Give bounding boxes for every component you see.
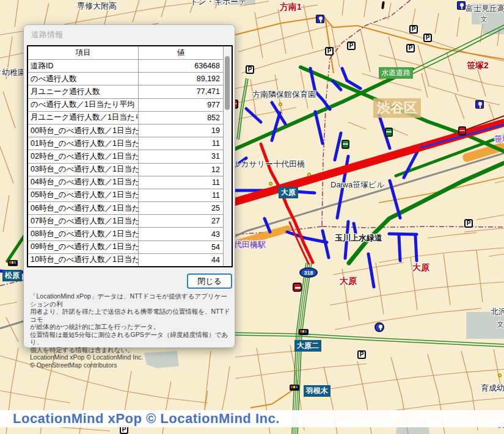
poi-label: Daiwa笹塚ビル: [331, 179, 385, 190]
pin-icon: [475, 100, 484, 109]
table-row: 08時台_のべ通行人数／1日当たり…43: [28, 227, 223, 240]
row-value: 636468: [139, 62, 223, 70]
poi-label: ドン・キホーテ: [190, 0, 247, 7]
yellow-dot-icon: [498, 374, 502, 377]
parking-icon: P: [325, 47, 334, 56]
district-label: 方南1: [280, 2, 302, 13]
poi-label: 北沢: [491, 306, 504, 317]
table-row: 07時台_のべ通行人数／1日当たり…27: [28, 214, 223, 227]
store-green-icon: [341, 140, 349, 149]
bus-stop-label: 大原二: [294, 340, 321, 352]
table-row: 02時台_のべ通行人数／1日当たり…31: [28, 150, 223, 162]
row-item: のべ通行人数: [28, 73, 139, 85]
table-row: のべ通行人数／1日当たり平均977: [28, 98, 223, 111]
row-value: 54: [139, 243, 223, 251]
parking-icon: P: [246, 65, 254, 74]
table-row: 03時台_のべ通行人数／1日当たり…12: [28, 163, 223, 176]
header-item: 項目: [28, 46, 139, 59]
header-value: 値: [139, 48, 223, 58]
row-value: 12: [139, 165, 223, 174]
row-value: 43: [139, 230, 223, 239]
row-value: 89,192: [139, 74, 223, 83]
table-row: 10時台_のべ通行人数／1日当たり…44: [28, 253, 223, 266]
row-item: のべ通行人数／1日当たり平均: [28, 99, 139, 111]
route-shield-318: 318: [299, 267, 318, 278]
row-item: 08時台_のべ通行人数／1日当たり…: [28, 228, 139, 240]
no-entry-icon: [293, 283, 302, 292]
row-item: 00時台_のべ通行人数／1日当たり…: [28, 125, 139, 137]
bus-stop-label: 松原: [2, 270, 22, 281]
row-value: 852: [139, 114, 223, 122]
data-disclaimer: 「LocationMind xPop」データは、NTTドコモが提供するアプリケー…: [30, 292, 232, 369]
table-row: のべ通行人数89,192: [28, 72, 223, 85]
row-item: 09時台_のべ通行人数／1日当たり…: [28, 241, 139, 253]
row-value: 25: [139, 204, 223, 212]
yellow-dot-icon: [307, 173, 311, 176]
ward-label: 渋谷区: [373, 98, 421, 118]
table-row: 05時台_のべ通行人数／1日当たり…11: [28, 189, 223, 201]
row-item: 06時台_のべ通行人数／1日当たり…: [28, 202, 139, 214]
row-value: 11: [139, 178, 223, 187]
row-item: 道路ID: [28, 60, 139, 72]
bus-stop-icon: [299, 329, 309, 335]
district-label: 笹塚2: [467, 60, 489, 71]
road-info-dialog: 道路情報 項目 値 道路ID636468のべ通行人数89,192月ユニーク通行人…: [23, 24, 235, 348]
row-value: 31: [139, 152, 223, 161]
close-button[interactable]: 閉じる: [187, 273, 232, 289]
yellow-dot-icon: [279, 103, 282, 106]
parking-icon: P: [409, 25, 418, 34]
table-row: 道路ID636468: [28, 59, 223, 72]
table-row: 01時台_のべ通行人数／1日当たり…11: [28, 137, 223, 150]
poi-label: 専修大附高: [77, 1, 117, 12]
row-item: 02時台_のべ通行人数／1日当たり…: [28, 150, 139, 162]
row-value: 11: [139, 191, 223, 200]
poi-label: 富士見丘高: [466, 3, 504, 14]
table-row: 09時台_のべ通行人数／1日当たり…54: [28, 241, 223, 253]
bus-stop-icon: [290, 385, 299, 391]
poi-label: ク幼稚園: [0, 67, 26, 78]
row-item: 10時台_のべ通行人数／1日当たり…: [28, 254, 139, 266]
row-value: 77,471: [139, 87, 223, 96]
road-info-table: 項目 値 道路ID636468のべ通行人数89,192月ユニーク通行人数77,4…: [27, 45, 233, 267]
bus-stop-label: 羽根木: [304, 385, 331, 397]
parking-icon: P: [423, 34, 432, 42]
yellow-dot-icon: [269, 182, 272, 186]
row-item: 04時台_のべ通行人数／1日当たり…: [28, 176, 139, 189]
table-row: 月ユニーク通行人数77,471: [28, 85, 223, 98]
station-label: 代田橋駅: [234, 239, 266, 250]
table-row: 月ユニーク通行人数／1日当たり平…852: [28, 111, 223, 124]
school-label: 文: [480, 14, 488, 24]
attribution-bar: LocationMind xPop © LocationMind Inc.: [0, 410, 504, 427]
map-canvas[interactable]: 専修大附高ク幼稚園ドン・キホーテ方南1富士見丘高文笹塚2方南隣保館保育園笹塚ルカ…: [0, 0, 504, 434]
table-row: 06時台_のべ通行人数／1日当たり…25: [28, 201, 223, 214]
row-value: 27: [139, 217, 223, 225]
station-label: 笹塚: [494, 134, 504, 145]
row-value: 19: [139, 126, 223, 135]
dialog-title[interactable]: 道路情報: [31, 29, 63, 40]
parking-icon: P: [406, 44, 415, 52]
poi-label: ルカサリー十代田橋: [233, 159, 305, 170]
road-sign-label: 水道道路: [379, 67, 413, 79]
poi-label: 育成幼稚園: [481, 383, 504, 394]
parking-icon: P: [464, 219, 473, 228]
bus-stop-label: 大原: [279, 187, 298, 198]
row-value: 44: [139, 256, 223, 264]
district-label: 大原: [340, 276, 357, 287]
store-red-icon: [458, 126, 466, 136]
attribution-text: LocationMind xPop © LocationMind Inc.: [13, 411, 280, 427]
poi-label: 方南隣保館保育園: [252, 89, 316, 100]
table-row: 00時台_のべ通行人数／1日当たり…19: [28, 124, 223, 137]
row-item: 03時台_のべ通行人数／1日当たり…: [28, 164, 139, 176]
table-scrollbar[interactable]: [223, 46, 232, 266]
district-label: 大原: [412, 262, 429, 273]
parking-icon: P: [347, 42, 356, 50]
table-header-row: 項目 値: [28, 46, 223, 59]
row-item: 01時台_のべ通行人数／1日当たり…: [28, 137, 139, 150]
scrollbar-thumb[interactable]: [225, 56, 230, 110]
row-item: 07時台_のべ通行人数／1日当たり…: [28, 215, 139, 227]
row-item: 月ユニーク通行人数／1日当たり平…: [28, 112, 139, 124]
row-item: 月ユニーク通行人数: [28, 85, 139, 98]
parking-icon: P: [357, 350, 366, 359]
poi-bold-label: 玉川上水緑道: [335, 233, 382, 244]
school-label: 文: [497, 319, 504, 330]
